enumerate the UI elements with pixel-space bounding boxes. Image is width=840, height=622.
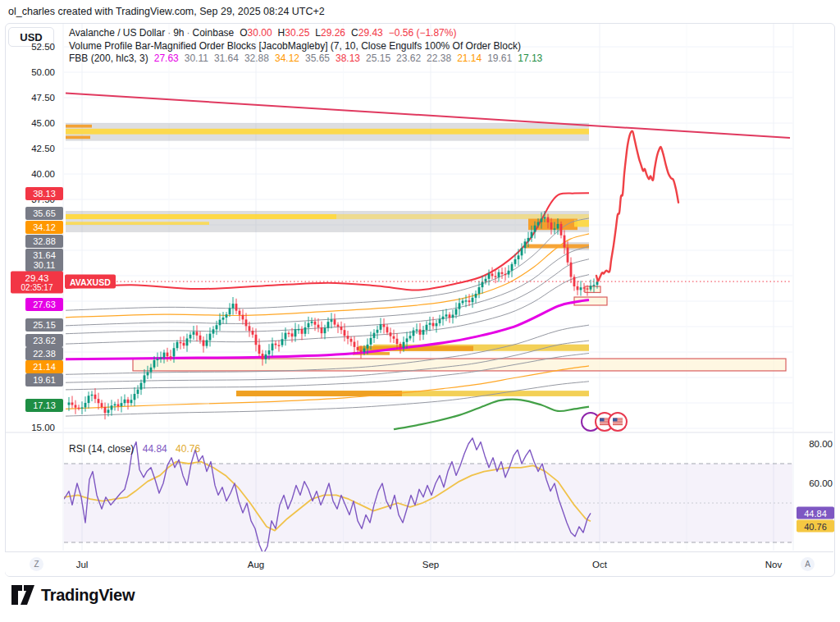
fbb-band-value: 31.64: [214, 53, 239, 64]
ohlc-value: 29.43: [358, 27, 383, 39]
rsi-value: 44.84: [143, 443, 167, 455]
rsi-value-badge: 40.76: [797, 520, 834, 533]
time-axis-month-aug: Aug: [248, 560, 264, 569]
symbol-interval: 9h: [173, 27, 184, 39]
symbol-price-label-badge: AVAXUSD: [65, 275, 116, 289]
price-level-badge: 21.14: [25, 360, 63, 373]
fbb-band-value: 27.63: [154, 53, 179, 64]
fbb-band-value: 35.65: [305, 53, 330, 64]
price-level-badge: 38.13: [25, 187, 63, 200]
time-axis-month-jul: Jul: [76, 560, 89, 569]
ohlc-value: 29.26: [321, 27, 345, 39]
fbb-band-value: 38.13: [336, 53, 360, 64]
price-level-badge: 25.15: [25, 318, 63, 332]
tradingview-brand-text: TradingView: [41, 586, 135, 605]
price-axis-label: 40.00: [0, 169, 55, 179]
rsi-axis-label: 80.00: [798, 439, 833, 449]
ohlc-letter: C: [351, 27, 358, 39]
fbb-band-value: 34.12: [275, 53, 299, 64]
adjust-button[interactable]: A: [801, 557, 815, 571]
price-level-badge: 22.38: [25, 347, 63, 360]
time-axis-month-nov: Nov: [765, 560, 782, 569]
rsi-axis-label: 60.00: [798, 478, 833, 488]
price-level-badge: 19.61: [25, 373, 63, 386]
rsi-ma-value: 40.76: [176, 443, 200, 455]
price-level-badge: 34.12: [25, 221, 63, 234]
time-axis-month-oct: Oct: [592, 560, 607, 569]
legend-separator: ·: [167, 27, 171, 39]
price-level-badge: 35.65: [25, 207, 63, 220]
fbb-band-value: 17.13: [518, 53, 542, 64]
symbol-exchange: Coinbase: [193, 27, 235, 39]
price-level-badge: 23.62: [25, 334, 63, 347]
price-level-badge: 32.88: [25, 235, 63, 248]
price-level-badge: 17.13: [25, 399, 63, 412]
fbb-band-value: 32.88: [244, 53, 269, 64]
legend-indicator-fbb[interactable]: FBB (200, hlc3, 3)27.6330.1131.6432.8834…: [69, 53, 542, 66]
ohlc-letter: H: [278, 27, 285, 39]
price-level-badge: 30.11: [25, 258, 63, 272]
price-level-badge: 27.63: [25, 298, 63, 311]
tradingview-logo-icon: [11, 583, 35, 606]
price-axis-label: 15.00: [0, 423, 55, 432]
ohlc-value: 30.25: [285, 27, 309, 39]
rsi-title: RSI (14, close): [69, 443, 134, 455]
chart-card-border: [5, 23, 835, 577]
current-price: 29.43: [25, 272, 49, 282]
rsi-value-badge: 44.84: [797, 507, 834, 519]
rsi-legend[interactable]: RSI (14, close) 44.84 40.76: [69, 443, 200, 456]
ohlc-letter: O: [240, 27, 247, 39]
fbb-band-value: 19.61: [487, 53, 512, 64]
fbb-band-value: 30.11: [185, 53, 208, 64]
fbb-band-value: 21.14: [457, 53, 482, 64]
price-axis-label: 45.00: [0, 118, 55, 128]
timezone-button[interactable]: Z: [30, 557, 43, 571]
change-value: −0.56 (−1.87%): [389, 27, 457, 39]
time-axis-month-sep: Sep: [422, 560, 439, 569]
price-axis-label: 42.50: [0, 144, 55, 153]
fbb-band-value: 22.38: [427, 53, 451, 64]
price-axis-label: 47.50: [0, 93, 55, 103]
time-axis[interactable]: JulAugSepOctNov Z A: [5, 551, 833, 576]
legend-indicator-volume-profile[interactable]: Volume Profile Bar-Magnified Order Block…: [69, 40, 542, 53]
current-price-badge: 29.4302:35:17: [11, 272, 63, 294]
bar-countdown: 02:35:17: [21, 282, 53, 292]
tradingview-logo[interactable]: TradingView: [11, 583, 135, 606]
ohlc-value: 30.00: [248, 27, 272, 39]
price-axis-label: 50.00: [0, 67, 55, 77]
chart-legend: Avalanche / US Dollar·9h·CoinbaseO30.00H…: [69, 27, 542, 66]
fbb-title: FBB (200, hlc3, 3): [69, 53, 148, 64]
ohlc-letter: L: [315, 27, 321, 39]
price-axis-label: 52.50: [0, 42, 55, 52]
legend-symbol-row[interactable]: Avalanche / US Dollar·9h·CoinbaseO30.00H…: [69, 27, 542, 40]
fbb-band-value: 23.62: [396, 53, 421, 64]
symbol-title: Avalanche / US Dollar: [69, 27, 165, 39]
fbb-band-value: 25.15: [366, 53, 390, 64]
legend-separator: ·: [187, 27, 190, 39]
tradingview-chart-page: ol_charles created with TradingView.com,…: [0, 0, 840, 622]
